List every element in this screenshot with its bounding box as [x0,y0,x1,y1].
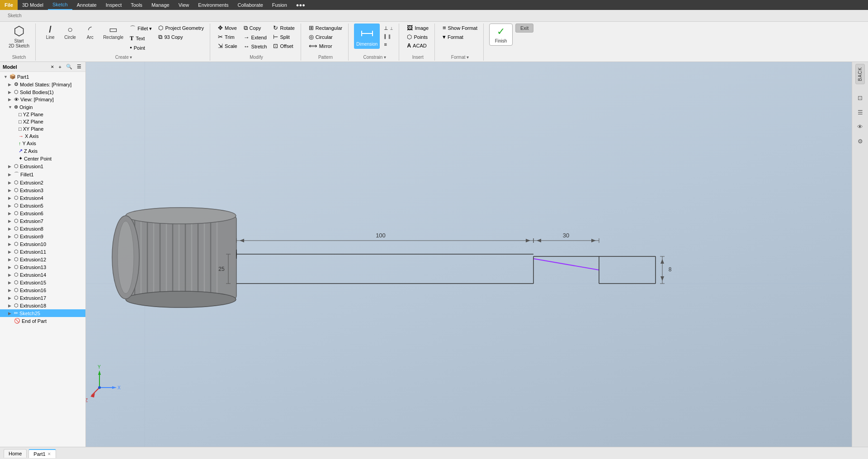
sidebar-item-origin[interactable]: ▼ ⊕ Origin [0,103,85,111]
sidebar-item-xy-plane[interactable]: □ XY Plane [0,125,85,132]
menu-more[interactable]: ●●● [292,0,310,10]
sidebar-item-extrusion1[interactable]: ▶ ⬡ Extrusion1 [0,162,85,170]
sidebar-item-model-states[interactable]: ▶ ⚙ Model States: [Primary] [0,80,85,88]
menu-sketch[interactable]: Sketch [48,0,72,10]
sidebar-item-extrusion8[interactable]: ▶ ⬡ Extrusion8 [0,225,85,232]
points-button[interactable]: ⬡ Points [405,33,431,41]
menu-annotate[interactable]: Annotate [72,0,101,10]
sidebar-item-center-point[interactable]: ✦ Center Point [0,155,85,162]
constrain-btn-3[interactable]: ≡ [382,41,395,48]
copy-modify-button[interactable]: ⧉ Copy [241,24,269,33]
finish-button[interactable]: ✓ Finish [489,24,513,46]
circular-pat-button[interactable]: ◎ Circular [307,33,344,41]
sidebar-item-end-of-part[interactable]: 🚫 End of Part [0,317,85,325]
sidebar-item-extrusion9[interactable]: ▶ ⬡ Extrusion9 [0,232,85,240]
point-button[interactable]: • Point [127,43,154,52]
circle-button[interactable]: ○ Circle [61,24,79,41]
sidebar-item-part1[interactable]: ▼ 📦 Part1 [0,73,85,80]
sidebar-item-extrusion15[interactable]: ▶ ⬡ Extrusion15 [0,279,85,286]
rectangular-button[interactable]: ⊞ Rectangular [307,24,344,32]
show-format-button[interactable]: ≡ Show Format [440,24,480,32]
stretch-button[interactable]: ↔ Stretch [241,42,269,51]
image-button[interactable]: 🖼 Image [405,24,431,32]
sidebar-item-yz-plane[interactable]: □ YZ Plane [0,111,85,118]
rotate-button[interactable]: ↻ Rotate [271,24,297,32]
menu-view[interactable]: View [174,0,194,10]
tab-home[interactable]: Home [4,449,27,458]
part1-tab-label: Part1 [33,451,45,457]
sidebar-item-extrusion18[interactable]: ▶ ⬡ Extrusion18 [0,302,85,309]
exit-button[interactable]: Exit [515,24,533,33]
sidebar-item-solid-bodies[interactable]: ▶ ⬡ Solid Bodies(1) [0,88,85,96]
tab-part1[interactable]: Part1 ✕ [28,449,56,458]
sidebar-search-icon[interactable]: 🔍 [65,64,74,70]
menu-3d-model[interactable]: 3D Model [18,0,48,10]
sidebar-item-extrusion2[interactable]: ▶ ⬡ Extrusion2 [0,179,85,186]
sidebar-item-extrusion11[interactable]: ▶ ⬡ Extrusion11 [0,248,85,256]
menu-inspect[interactable]: Inspect [101,0,126,10]
menu-fusion[interactable]: Fusion [268,0,292,10]
sidebar-add-icon[interactable]: + [57,64,63,70]
mirror-button[interactable]: ⟺ Mirror [307,42,344,50]
sidebar-item-extrusion13[interactable]: ▶ ⬡ Extrusion13 [0,263,85,271]
show-format-icon: ≡ [443,24,446,31]
circular-icon: ◎ [309,33,314,40]
scale-button[interactable]: ⇲ Scale [216,42,240,50]
expand-icon: ▶ [8,203,13,208]
line-button[interactable]: / Line [41,24,59,41]
back-label[interactable]: BACK [855,64,865,84]
sidebar-item-extrusion6[interactable]: ▶ ⬡ Extrusion6 [0,209,85,217]
sidebar-item-z-axis[interactable]: ↗ Z Axis [0,147,85,155]
sidebar-item-y-axis[interactable]: ↑ Y Axis [0,140,85,147]
sidebar-item-extrusion4[interactable]: ▶ ⬡ Extrusion4 [0,194,85,202]
sidebar-item-extrusion5[interactable]: ▶ ⬡ Extrusion5 [0,202,85,209]
move-button[interactable]: ✥ Move [216,24,240,32]
acad-button[interactable]: A ACAD [405,42,431,50]
sidebar-item-fillet1[interactable]: ▶ ⌒ Fillet1 [0,170,85,179]
panel-btn-3[interactable]: 👁 [854,120,867,133]
menu-tools[interactable]: Tools [126,0,147,10]
sidebar-item-extrusion7[interactable]: ▶ ⬡ Extrusion7 [0,217,85,225]
dimension-button[interactable]: Dimension [354,24,380,49]
split-button[interactable]: ⊢ Split [271,33,297,41]
expand-icon: ▶ [8,172,13,177]
svg-point-22 [112,216,139,299]
menu-manage[interactable]: Manage [147,0,174,10]
start-2d-sketch-button[interactable]: ⬡ Start2D Sketch [6,24,32,50]
rectangle-button[interactable]: ▭ Rectangle [101,24,126,41]
sidebar-item-extrusion14[interactable]: ▶ ⬡ Extrusion14 [0,271,85,279]
fillet-button[interactable]: ⌒ Fillet ▾ [127,24,154,33]
panel-btn-1[interactable]: ⊡ [854,91,867,104]
part1-tab-close[interactable]: ✕ [47,452,51,456]
extend-button[interactable]: → Extend [241,33,269,42]
sidebar-item-extrusion3[interactable]: ▶ ⬡ Extrusion3 [0,186,85,194]
dimension-icon [360,26,374,41]
offset-button[interactable]: ⊡ Offset [271,42,297,50]
sidebar-close-icon[interactable]: ✕ [49,65,56,69]
sidebar-item-xz-plane[interactable]: □ XZ Plane [0,118,85,125]
arc-button[interactable]: ◜ Arc [81,24,99,41]
sidebar-item-extrusion16[interactable]: ▶ ⬡ Extrusion16 [0,286,85,294]
menu-environments[interactable]: Environments [193,0,233,10]
panel-btn-4[interactable]: ⚙ [854,135,867,147]
ribbon: Sketch ⬡ Start2D Sketch Sketch / Line ○ [0,10,868,62]
sidebar-menu-icon[interactable]: ☰ [75,64,83,70]
text-button[interactable]: 𝐓 Text [127,34,154,43]
sidebar-item-extrusion12[interactable]: ▶ ⬡ Extrusion12 [0,256,85,263]
file-menu[interactable]: File [0,0,18,10]
menu-collaborate[interactable]: Collaborate [233,0,268,10]
sidebar-item-x-axis[interactable]: → X Axis [0,132,85,140]
copy-button[interactable]: ⧉ 93 Copy [156,33,206,42]
viewport[interactable]: 100 30 25 8 X Y Z [86,62,852,447]
constrain-btn-2[interactable]: ∥ ∥ [382,33,395,40]
sidebar-item-extrusion10[interactable]: ▶ ⬡ Extrusion10 [0,240,85,248]
project-geometry-button[interactable]: ⬡ Project Geometry [156,24,206,32]
rectangular-icon: ⊞ [309,24,314,31]
sidebar-item-sketch25[interactable]: ▶ ✏ Sketch25 [0,309,85,317]
sidebar-item-extrusion17[interactable]: ▶ ⬡ Extrusion17 [0,294,85,302]
constrain-btn-1[interactable]: ⊥ ⟂ [382,24,395,32]
trim-button[interactable]: ✂ Trim [216,33,240,41]
sidebar-item-view[interactable]: ▶ 👁 View: [Primary] [0,96,85,103]
format-button[interactable]: ▾ Format [440,33,480,41]
panel-btn-2[interactable]: ☰ [854,106,867,118]
